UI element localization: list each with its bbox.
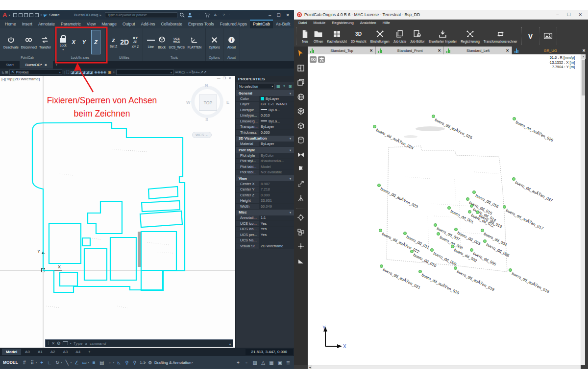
layout-tab-a1[interactable]: A1: [34, 349, 47, 355]
qat-overflow-icon[interactable]: »: [40, 13, 42, 17]
graphics-icon[interactable]: △: [260, 360, 266, 365]
help-icon[interactable]: ?: [222, 13, 224, 17]
filename-caret-icon[interactable]: ▸: [99, 13, 101, 17]
view-cube-style-icon[interactable]: ◪: [71, 70, 74, 74]
cylinder-tool[interactable]: [297, 136, 305, 146]
model-space-label[interactable]: MODEL: [3, 360, 18, 365]
property-value[interactable]: Yes: [259, 232, 294, 238]
polar-tracking-icon[interactable]: ↻: [54, 360, 60, 365]
ribbon-tab-express-tools[interactable]: Express Tools: [185, 20, 217, 28]
extend-icon[interactable]: ↦: [195, 70, 198, 74]
close-tab-icon[interactable]: ✕: [438, 48, 441, 53]
quick-select-icon[interactable]: ⊞: [288, 84, 293, 89]
new-button[interactable]: Neu: [299, 29, 311, 43]
osnap-icon[interactable]: ▭: [81, 360, 87, 365]
grid-icon[interactable]: #: [22, 360, 27, 365]
dropdown-caret-icon[interactable]: ▾: [113, 361, 115, 364]
menu-ansichten[interactable]: Ansichten: [360, 21, 376, 25]
target-tool[interactable]: [297, 214, 305, 223]
autoscale-icon[interactable]: ⚲: [132, 360, 138, 365]
flatten-button[interactable]: FLATTEN: [188, 36, 201, 49]
layout-tab-a0[interactable]: A0: [21, 349, 34, 355]
registration-button[interactable]: Registrierung: [460, 29, 481, 43]
spline-tool-icon[interactable]: ↗: [203, 70, 207, 74]
ribbon-tab-featured-apps[interactable]: Featured Apps: [217, 20, 250, 28]
ortho-icon[interactable]: ∟: [47, 360, 52, 365]
axis-x-button[interactable]: X: [71, 39, 77, 45]
layout-tab-a4[interactable]: A4: [72, 349, 84, 355]
viewport-restore-icon[interactable]: ❐: [223, 76, 226, 80]
capture-icon[interactable]: ⛶: [66, 70, 69, 75]
annotation-scale-button[interactable]: 1:1▾: [140, 360, 146, 365]
menu-registrierung[interactable]: Registrierung: [332, 21, 354, 25]
layout-tab-a3[interactable]: A3: [59, 349, 72, 355]
scan-point[interactable]: [454, 266, 457, 270]
open-icon[interactable]: [19, 13, 23, 17]
section-header-plot-style[interactable]: Plot style▾: [236, 147, 294, 153]
property-value[interactable]: 33.931: [259, 198, 294, 204]
command-line[interactable]: ⡇ ✕ ⚙ ▾ Type a command ▴: [45, 339, 233, 347]
menu-hilfe[interactable]: Hilfe: [383, 21, 390, 25]
menu-datei[interactable]: Datei: [298, 21, 307, 25]
ribbon-tab-insert[interactable]: Insert: [19, 20, 35, 28]
layers-button[interactable]: [318, 56, 325, 63]
search-icon[interactable]: [179, 12, 185, 18]
view-cube-style-icon[interactable]: ◪: [89, 70, 93, 74]
scroll-up-icon[interactable]: ▲: [581, 54, 586, 59]
maximize-button[interactable]: ☐: [276, 13, 280, 18]
viewport-minimize-icon[interactable]: —: [217, 76, 220, 80]
selection-box-icon[interactable]: ▫: [113, 70, 115, 75]
logo-caret-icon[interactable]: ▾: [8, 13, 10, 17]
property-value[interactable]: 0.000: [259, 192, 294, 198]
osnap-tracking-icon[interactable]: ∠: [74, 360, 79, 365]
section-header-misc[interactable]: Misc▾: [236, 210, 294, 215]
rotate-icon[interactable]: ↻: [191, 70, 195, 74]
add-icon[interactable]: +: [235, 360, 241, 365]
viewport-controls-label[interactable]: [-][Top][2D Wireframe]: [1, 77, 40, 81]
property-value[interactable]: 60.049: [259, 204, 294, 209]
window-controls[interactable]: –☐✕: [269, 13, 292, 18]
ucs-status-icon[interactable]: ⊾: [116, 360, 122, 365]
panorama-button[interactable]: [542, 31, 554, 41]
property-value[interactable]: ByLa...: [259, 107, 294, 113]
dropdown-caret-icon[interactable]: ▾: [88, 361, 89, 364]
property-value[interactable]: 2D Wireframe: [259, 243, 294, 249]
scatter-tool[interactable]: [297, 180, 305, 190]
quick-properties-icon[interactable]: ▫: [244, 360, 249, 365]
scan-point[interactable]: [434, 223, 437, 227]
scan-point[interactable]: [468, 210, 471, 214]
scan-point[interactable]: [403, 232, 407, 235]
view-cube-style-icon[interactable]: ◪: [78, 70, 82, 74]
named-views-icon[interactable]: ⊾: [1, 70, 5, 74]
settings-button[interactable]: Einstellungen: [369, 29, 391, 43]
transparency-icon[interactable]: ▤: [99, 360, 105, 365]
job-list-button[interactable]: Job-Liste: [392, 29, 407, 43]
dropdown-caret-icon[interactable]: ▾: [36, 361, 37, 364]
command-expand-icon[interactable]: ▴: [229, 342, 231, 345]
scan-point[interactable]: [447, 206, 451, 210]
workspace-gear-icon[interactable]: ⚙: [148, 360, 152, 365]
snap-mode-icon[interactable]: ⠿: [29, 360, 35, 365]
share-button[interactable]: Share: [44, 13, 59, 17]
point-cloud-view[interactable]: 51.0 : R [mm/p]-13.1552 : X [m]7.7504 : …: [308, 54, 581, 365]
command-customize-icon[interactable]: ⚙: [57, 341, 61, 346]
property-value[interactable]: d:\autocad\a...: [259, 159, 294, 164]
property-value[interactable]: Yes: [259, 227, 294, 232]
clean-screen-icon[interactable]: ▣: [277, 360, 283, 365]
property-value[interactable]: 0.010: [259, 113, 294, 119]
maximize-button[interactable]: ☐: [566, 12, 570, 17]
new-icon[interactable]: [13, 13, 17, 17]
lock-button[interactable]: Lock▾: [60, 34, 67, 51]
scan-point[interactable]: [470, 204, 473, 208]
dropdown-caret-icon[interactable]: ▾: [61, 361, 62, 364]
axis-z-button[interactable]: Z: [91, 30, 100, 54]
layout-tab-a2[interactable]: A2: [47, 349, 59, 355]
2d-button[interactable]: 2D: [120, 38, 129, 46]
redo-icon[interactable]: [35, 13, 39, 17]
property-value[interactable]: ByLayer: [259, 142, 294, 147]
tool-palette-icon[interactable]: ▣: [108, 70, 112, 75]
search-input[interactable]: Type a keyword or phrase: [105, 12, 177, 18]
scan-point[interactable]: [483, 239, 487, 243]
autodesk-icon[interactable]: A ·: [214, 13, 219, 17]
duplicate-tool[interactable]: [297, 78, 305, 88]
